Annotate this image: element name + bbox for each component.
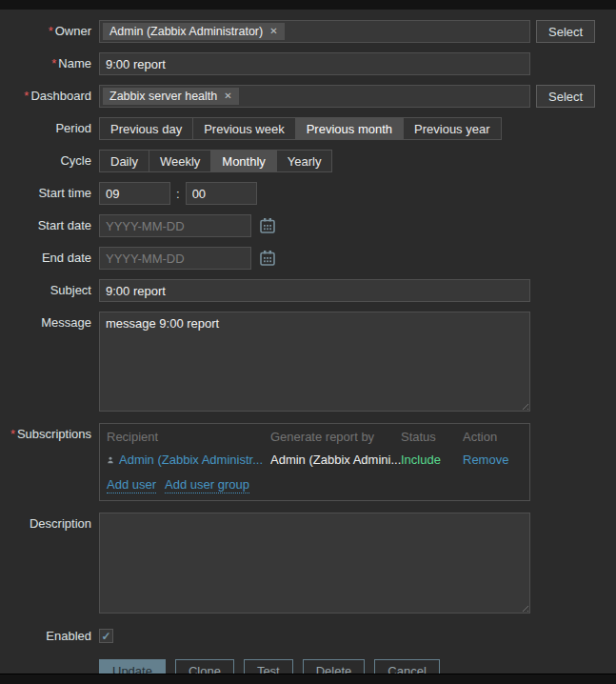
- start-time-minutes-input[interactable]: [186, 182, 257, 205]
- calendar-icon: [259, 217, 276, 234]
- required-marker: *: [49, 24, 53, 38]
- subject-label: Subject: [0, 279, 91, 297]
- status-include-link[interactable]: Include: [401, 453, 441, 467]
- cycle-option-weekly[interactable]: Weekly: [149, 150, 211, 172]
- top-window-bar: [0, 0, 616, 10]
- recipient-link[interactable]: Admin (Zabbix Administr...: [119, 453, 263, 467]
- generate-report-by-value: Admin (Zabbix Admini...: [270, 453, 401, 467]
- cycle-option-yearly[interactable]: Yearly: [277, 150, 333, 172]
- remove-token-icon[interactable]: [224, 91, 231, 101]
- subscriptions-table-footer: Add user Add user group: [107, 473, 523, 493]
- period-segmented-control: Previous day Previous week Previous mont…: [99, 117, 502, 140]
- start-date-label: Start date: [0, 214, 91, 232]
- column-header-recipient: Recipient: [107, 430, 270, 444]
- column-header-generate-report-by: Generate report by: [270, 430, 401, 444]
- name-label: *Name: [0, 52, 91, 70]
- cycle-segmented-control: Daily Weekly Monthly Yearly: [99, 150, 332, 172]
- message-label: Message: [0, 312, 91, 330]
- end-date-label: End date: [0, 247, 91, 265]
- owner-row: *Owner Admin (Zabbix Administrator) Sele…: [0, 20, 616, 43]
- owner-select-button[interactable]: Select: [536, 20, 595, 43]
- column-header-status: Status: [401, 430, 463, 444]
- bottom-window-bar: [0, 674, 616, 684]
- enabled-row: Enabled: [0, 629, 616, 643]
- end-date-calendar-button[interactable]: [259, 250, 276, 267]
- period-option-previous-week[interactable]: Previous week: [193, 117, 296, 140]
- subscriptions-label: *Subscriptions: [0, 423, 91, 441]
- add-user-group-link[interactable]: Add user group: [165, 477, 249, 493]
- time-separator: :: [170, 182, 186, 201]
- start-date-input[interactable]: [99, 214, 251, 237]
- start-time-hours-input[interactable]: [99, 182, 170, 205]
- subject-input[interactable]: [99, 279, 530, 302]
- remove-token-icon[interactable]: [269, 27, 277, 36]
- period-option-previous-day[interactable]: Previous day: [99, 117, 193, 140]
- start-time-label: Start time: [0, 182, 91, 200]
- owner-label: *Owner: [0, 20, 91, 38]
- end-date-row: End date: [0, 247, 616, 270]
- add-user-link[interactable]: Add user: [107, 477, 156, 493]
- subscriptions-table: Recipient Generate report by Status Acti…: [99, 423, 530, 501]
- enabled-checkbox[interactable]: [99, 629, 113, 643]
- owner-multiselect[interactable]: Admin (Zabbix Administrator): [99, 20, 530, 43]
- description-label: Description: [0, 513, 91, 531]
- subscription-table-row: Admin (Zabbix Administr... Admin (Zabbix…: [107, 451, 523, 473]
- end-date-input[interactable]: [99, 247, 251, 270]
- required-marker: *: [10, 427, 15, 441]
- user-icon: [107, 453, 114, 467]
- start-date-calendar-button[interactable]: [259, 217, 276, 234]
- required-marker: *: [24, 89, 29, 103]
- subscriptions-table-header: Recipient Generate report by Status Acti…: [107, 424, 523, 451]
- subscriptions-row: *Subscriptions Recipient Generate report…: [0, 423, 616, 501]
- message-row: Message message 9:00 report: [0, 312, 616, 412]
- calendar-icon: [259, 250, 276, 267]
- owner-token: Admin (Zabbix Administrator): [103, 23, 285, 40]
- message-textarea[interactable]: message 9:00 report: [99, 312, 530, 412]
- cycle-option-daily[interactable]: Daily: [99, 150, 149, 172]
- name-input[interactable]: [99, 52, 530, 75]
- required-marker: *: [51, 56, 56, 70]
- period-option-previous-year[interactable]: Previous year: [404, 117, 501, 140]
- period-option-previous-month[interactable]: Previous month: [296, 117, 404, 140]
- name-row: *Name: [0, 52, 616, 75]
- scheduled-report-form: *Owner Admin (Zabbix Administrator) Sele…: [0, 10, 616, 682]
- dashboard-select-button[interactable]: Select: [536, 85, 595, 108]
- start-time-row: Start time :: [0, 182, 616, 205]
- dashboard-token: Zabbix server health: [103, 88, 239, 105]
- cycle-row: Cycle Daily Weekly Monthly Yearly: [0, 150, 616, 172]
- period-row: Period Previous day Previous week Previo…: [0, 117, 616, 140]
- dashboard-label: *Dashboard: [0, 85, 91, 103]
- description-textarea[interactable]: [99, 513, 530, 614]
- enabled-label: Enabled: [0, 630, 91, 643]
- description-row: Description: [0, 513, 616, 614]
- start-date-row: Start date: [0, 214, 616, 237]
- column-header-action: Action: [463, 430, 523, 444]
- period-label: Period: [0, 117, 91, 135]
- dashboard-row: *Dashboard Zabbix server health Select: [0, 85, 616, 108]
- subject-row: Subject: [0, 279, 616, 302]
- cycle-label: Cycle: [0, 150, 91, 168]
- remove-subscription-link[interactable]: Remove: [463, 453, 508, 467]
- cycle-option-monthly[interactable]: Monthly: [211, 150, 277, 172]
- dashboard-multiselect[interactable]: Zabbix server health: [99, 85, 530, 108]
